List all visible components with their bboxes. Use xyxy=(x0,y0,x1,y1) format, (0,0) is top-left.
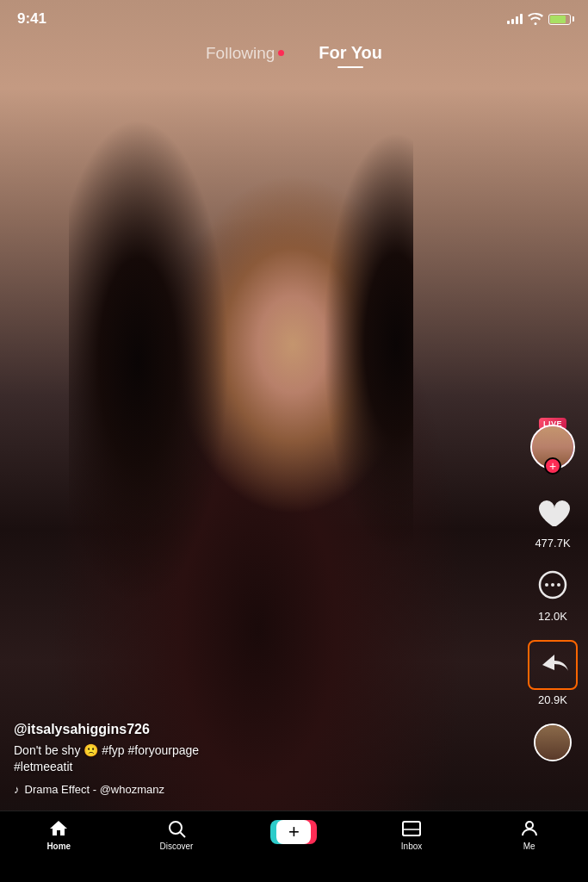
svg-point-7 xyxy=(526,822,533,829)
nav-me[interactable]: Me xyxy=(504,818,555,851)
heart-icon xyxy=(533,494,573,533)
following-dot xyxy=(278,50,284,56)
comment-icon xyxy=(533,567,573,606)
music-title: Drama Effect - @whozmanz xyxy=(25,783,165,796)
status-bar: 9:41 xyxy=(0,0,588,38)
nav-create[interactable]: + xyxy=(268,818,319,846)
svg-rect-6 xyxy=(403,829,420,835)
comment-button[interactable]: 12.0K xyxy=(533,567,573,623)
music-disc[interactable] xyxy=(534,724,572,761)
nav-home-label: Home xyxy=(46,842,71,851)
bottom-navigation: Home Discover + Inbox xyxy=(0,811,588,882)
music-info: ♪ Drama Effect - @whozmanz xyxy=(14,783,519,796)
music-note-icon: ♪ xyxy=(14,783,20,796)
signal-icon xyxy=(507,14,523,24)
creator-username: @itsalysahiggins726 xyxy=(14,722,519,737)
nav-discover-label: Discover xyxy=(159,842,193,851)
nav-me-label: Me xyxy=(523,842,535,851)
svg-point-2 xyxy=(551,583,554,587)
share-button-highlight xyxy=(528,640,578,690)
svg-point-3 xyxy=(557,583,560,587)
disc-inner xyxy=(535,725,570,760)
share-count: 20.9K xyxy=(538,693,567,706)
plus-icon: + xyxy=(276,820,311,844)
svg-point-4 xyxy=(170,822,182,834)
hashtag-letmeeatit[interactable]: #letmeeatit xyxy=(14,760,72,773)
comment-count: 12.0K xyxy=(538,610,567,623)
svg-line-5 xyxy=(180,833,185,838)
hair-silhouette xyxy=(69,103,413,706)
video-caption: Don't be shy 🙁 #fyp #foryourpage #letmee… xyxy=(14,742,519,776)
action-buttons: LIVE + 477.7K 12.0K xyxy=(528,425,578,761)
svg-point-1 xyxy=(545,583,548,587)
create-plus-button[interactable]: + xyxy=(274,818,313,846)
like-count: 477.7K xyxy=(535,537,570,550)
nav-inbox-label: Inbox xyxy=(401,842,422,851)
home-icon xyxy=(48,818,69,839)
nav-discover[interactable]: Discover xyxy=(151,818,202,851)
share-button[interactable]: 20.9K xyxy=(528,640,578,706)
nav-inbox[interactable]: Inbox xyxy=(386,818,437,851)
status-time: 9:41 xyxy=(17,10,46,28)
status-icons xyxy=(507,13,571,25)
profile-icon xyxy=(519,818,540,839)
share-icon xyxy=(533,645,573,685)
for-you-tab[interactable]: For You xyxy=(319,43,382,68)
search-icon xyxy=(166,818,187,839)
follow-button[interactable]: + xyxy=(544,457,561,475)
video-info: @itsalysahiggins726 Don't be shy 🙁 #fyp … xyxy=(14,722,519,796)
wifi-icon xyxy=(528,13,543,25)
like-button[interactable]: 477.7K xyxy=(533,494,573,550)
following-tab[interactable]: Following xyxy=(206,44,284,68)
hashtag-foryourpage[interactable]: #foryourpage xyxy=(128,743,200,757)
nav-home[interactable]: Home xyxy=(33,818,84,851)
hashtag-fyp[interactable]: #fyp xyxy=(102,743,124,757)
creator-avatar[interactable]: LIVE + xyxy=(530,425,575,469)
battery-icon xyxy=(548,14,571,25)
nav-tabs: Following For You xyxy=(0,43,588,68)
inbox-icon xyxy=(401,818,422,839)
